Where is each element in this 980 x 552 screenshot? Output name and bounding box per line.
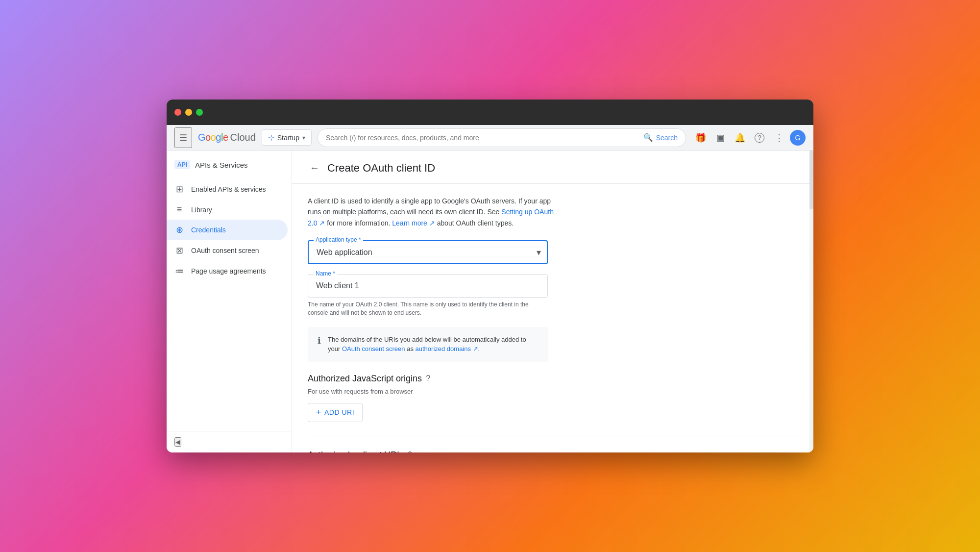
info-text: The domains of the URIs you add below wi… [328, 335, 538, 354]
back-icon: ← [310, 162, 319, 174]
redirect-uris-heading: Authorized redirect URIs ? [308, 450, 798, 452]
sidebar-item-page-usage[interactable]: ≔ Page usage agreements [167, 261, 288, 281]
sidebar-nav: ⊞ Enabled APIs & services ≡ Library ⊛ Cr… [167, 179, 292, 281]
sidebar-item-oauth-consent[interactable]: ⊠ OAuth consent screen [167, 240, 288, 261]
page-content: A client ID is used to identify a single… [292, 184, 813, 452]
minimize-button[interactable] [185, 109, 192, 116]
sidebar-footer: ◀ [167, 431, 292, 452]
add-uri-button[interactable]: + ADD URI [308, 403, 363, 422]
oauth-consent-link[interactable]: OAuth consent screen [342, 345, 405, 352]
avatar[interactable]: G [790, 130, 806, 146]
add-icon: + [316, 407, 321, 418]
name-label: Name * [314, 270, 337, 277]
sidebar-item-label-oauth-consent: OAuth consent screen [191, 247, 259, 254]
bell-icon-button[interactable]: 🔔 [731, 129, 749, 147]
info-box: ℹ The domains of the URIs you add below … [308, 327, 548, 362]
redirect-uris-section: Authorized redirect URIs ? [308, 450, 798, 452]
search-input[interactable] [326, 134, 639, 142]
traffic-lights [174, 109, 203, 116]
oauth-consent-icon: ⊠ [174, 245, 184, 256]
bell-icon: 🔔 [735, 132, 745, 143]
redirect-uris-title: Authorized redirect URIs [308, 450, 404, 452]
sidebar-item-label-credentials: Credentials [191, 226, 226, 234]
section-divider [308, 436, 798, 436]
page-title: Create OAuth client ID [327, 162, 435, 175]
search-button[interactable]: 🔍 Search [643, 133, 678, 142]
js-origins-section: Authorized JavaScript origins ? For use … [308, 374, 798, 422]
back-button[interactable]: ← [308, 160, 321, 176]
js-origins-help-icon[interactable]: ? [426, 374, 430, 383]
sidebar-item-enabled-apis[interactable]: ⊞ Enabled APIs & services [167, 179, 288, 200]
application-type-field: Application type * Web application Andro… [308, 240, 548, 264]
terminal-icon: ▣ [716, 132, 725, 143]
name-field-hint: The name of your OAuth 2.0 client. This … [308, 301, 548, 317]
chrome-bar: ☰ Google Cloud ⊹ Startup ▾ 🔍 Search 🎁 [167, 125, 813, 151]
google-logo-text: Google [198, 132, 228, 143]
search-icon: 🔍 [643, 133, 653, 142]
maximize-button[interactable] [196, 109, 203, 116]
add-uri-label: ADD URI [324, 408, 354, 416]
collapse-icon: ◀ [175, 438, 180, 446]
page-description: A client ID is used to identify a single… [308, 196, 563, 228]
search-button-label: Search [656, 134, 678, 142]
project-name: Startup [277, 134, 299, 142]
learn-more-link[interactable]: Learn more ↗ [392, 219, 435, 227]
title-bar [167, 100, 813, 125]
page-usage-icon: ≔ [174, 266, 184, 276]
hamburger-menu[interactable]: ☰ [174, 127, 192, 148]
sidebar: API APIs & Services ⊞ Enabled APIs & ser… [167, 151, 292, 452]
content-area[interactable]: ← Create OAuth client ID A client ID is … [292, 151, 813, 452]
scrollbar-track [809, 151, 813, 452]
sidebar-item-label-enabled-apis: Enabled APIs & services [191, 185, 266, 193]
collapse-sidebar-button[interactable]: ◀ [174, 437, 181, 447]
scrollbar-thumb[interactable] [809, 151, 813, 209]
chevron-down-icon: ▾ [302, 134, 305, 141]
more-icon: ⋮ [775, 132, 784, 143]
authorized-domains-link[interactable]: authorized domains ↗ [416, 345, 478, 352]
more-icon-button[interactable]: ⋮ [770, 129, 788, 147]
js-origins-description: For use with requests from a browser [308, 388, 798, 395]
credentials-icon: ⊛ [174, 225, 184, 235]
project-selector[interactable]: ⊹ Startup ▾ [262, 129, 312, 146]
sidebar-item-credentials[interactable]: ⊛ Credentials [167, 220, 288, 240]
help-icon-button[interactable]: ? [751, 129, 768, 147]
google-cloud-logo: Google Cloud [198, 132, 256, 143]
search-bar: 🔍 Search [318, 128, 686, 147]
help-icon: ? [755, 133, 764, 143]
main-layout: API APIs & Services ⊞ Enabled APIs & ser… [167, 151, 813, 452]
js-origins-heading: Authorized JavaScript origins ? [308, 374, 798, 384]
sidebar-title: APIs & Services [195, 161, 248, 169]
project-icon: ⊹ [268, 133, 274, 142]
enabled-apis-icon: ⊞ [174, 184, 184, 195]
close-button[interactable] [174, 109, 181, 116]
sidebar-header: API APIs & Services [167, 154, 292, 175]
application-type-label: Application type * [314, 236, 363, 243]
terminal-icon-button[interactable]: ▣ [711, 129, 729, 147]
redirect-uris-help-icon[interactable]: ? [408, 451, 412, 452]
cloud-text: Cloud [230, 132, 256, 143]
sidebar-item-label-page-usage: Page usage agreements [191, 267, 266, 275]
gift-icon: 🎁 [695, 132, 706, 143]
js-origins-title: Authorized JavaScript origins [308, 374, 422, 384]
application-type-select[interactable]: Web application Android iOS Desktop app … [308, 240, 548, 264]
api-badge: API [174, 160, 190, 169]
sidebar-item-library[interactable]: ≡ Library [167, 200, 288, 220]
gift-icon-button[interactable]: 🎁 [692, 129, 710, 147]
content-wrapper: ← Create OAuth client ID A client ID is … [292, 151, 813, 452]
name-input[interactable] [308, 274, 548, 298]
name-field: Name * The name of your OAuth 2.0 client… [308, 274, 548, 317]
page-header: ← Create OAuth client ID [292, 151, 813, 184]
top-icon-bar: 🎁 ▣ 🔔 ? ⋮ G [692, 129, 806, 147]
sidebar-item-label-library: Library [191, 206, 212, 214]
info-icon: ℹ [318, 335, 321, 346]
library-icon: ≡ [174, 204, 184, 215]
browser-window: ☰ Google Cloud ⊹ Startup ▾ 🔍 Search 🎁 [167, 100, 813, 452]
